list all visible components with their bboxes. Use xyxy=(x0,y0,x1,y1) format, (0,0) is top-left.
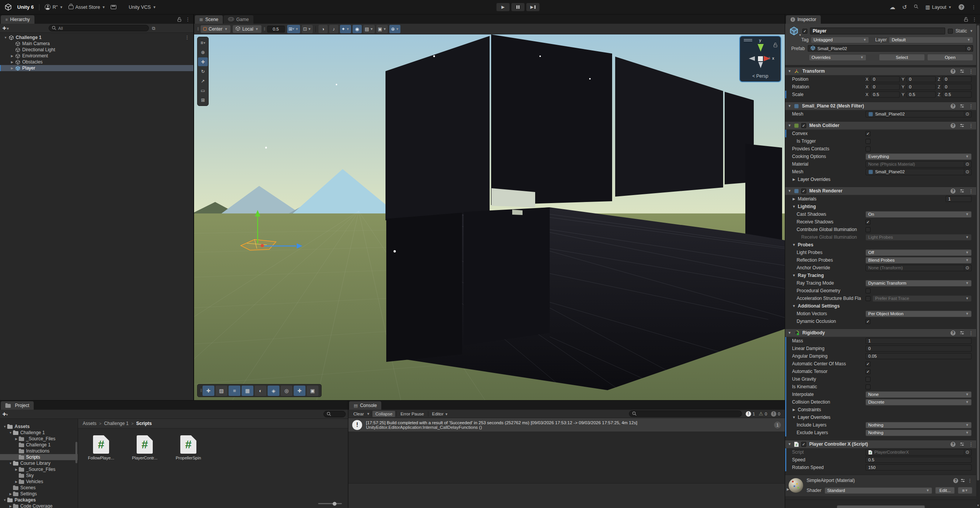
select-button[interactable]: Select xyxy=(879,54,925,61)
static-checkbox[interactable] xyxy=(948,29,953,34)
axis-cone[interactable] xyxy=(758,62,763,68)
help-icon[interactable]: ? xyxy=(951,331,956,335)
value-dropdown[interactable]: Everything▼ xyxy=(866,153,972,160)
axis-y-field[interactable]: 0.5 xyxy=(906,91,936,98)
presets-icon[interactable] xyxy=(960,104,964,108)
kebab-menu-icon[interactable]: ⋮ xyxy=(969,188,973,194)
open-button[interactable]: Open xyxy=(927,54,973,61)
kebab-menu-icon[interactable]: ⋮ xyxy=(969,123,973,129)
foldout-collapse-icon[interactable]: ▶ xyxy=(792,197,796,201)
rotate-tool[interactable]: ↻ xyxy=(198,67,208,76)
pivot-mode-dropdown[interactable]: Center▼ xyxy=(201,25,230,33)
scrollbar-thumb[interactable] xyxy=(977,25,979,480)
camera-view-button[interactable]: ▣▼ xyxy=(376,25,388,33)
value-dropdown[interactable]: Off▼ xyxy=(866,249,972,256)
drag-handle[interactable]: ‖ xyxy=(197,26,198,32)
tab-project[interactable]: Project xyxy=(1,401,34,410)
console-log-entry[interactable]: ! [17:57:25] Build completed with a resu… xyxy=(348,418,785,431)
scene-visibility-button[interactable]: ◉ xyxy=(353,25,362,33)
project-folder-scenes[interactable]: Scenes xyxy=(0,485,78,491)
center-overlay[interactable]: ✚ xyxy=(294,386,305,396)
tree-collapse-icon[interactable]: ▶ xyxy=(10,67,15,70)
value-checkbox[interactable] xyxy=(866,288,871,293)
axis-z-field[interactable]: 0.5 xyxy=(942,91,972,98)
project-folder-assets[interactable]: ▼Assets xyxy=(0,423,78,430)
breadcrumb-item[interactable]: Challenge 1 xyxy=(104,421,129,426)
value-checkbox[interactable] xyxy=(866,384,871,389)
hierarchy-item-challenge-1[interactable]: ▼Challenge 1⋮ xyxy=(0,34,193,41)
material-preview-sphere[interactable] xyxy=(789,478,803,493)
perspective-toggle[interactable]: < Persp xyxy=(740,73,781,79)
step-button[interactable]: ▶ xyxy=(526,3,540,11)
breadcrumb-item[interactable]: Scripts xyxy=(136,421,152,426)
value-checkbox[interactable] xyxy=(866,296,871,301)
kebab-menu-icon[interactable]: ⋮ xyxy=(967,478,972,484)
value-field[interactable]: 0.5 xyxy=(866,457,972,463)
axis-z-field[interactable]: 0 xyxy=(942,76,972,82)
foldout-collapse-icon[interactable]: ▶ xyxy=(792,177,796,181)
value-field[interactable]: 0 xyxy=(866,345,972,352)
tree-collapse-icon[interactable]: ▶ xyxy=(8,492,13,496)
axis-cone[interactable] xyxy=(749,56,755,61)
drag-handle[interactable]: ‖ xyxy=(200,388,201,393)
value-dropdown[interactable]: Discrete▼ xyxy=(866,399,972,405)
component-header-mesh-collider[interactable]: ▼✓Mesh Collider?⋮ xyxy=(785,121,976,130)
tree-collapse-icon[interactable]: ▶ xyxy=(14,437,19,441)
value-checkbox[interactable]: ✓ xyxy=(866,220,871,225)
value-dropdown[interactable]: Prefer Fast Trace▼ xyxy=(872,295,972,302)
console-search-input[interactable] xyxy=(629,410,742,417)
value-dropdown[interactable]: Light Probes▼ xyxy=(866,234,972,241)
move-tool[interactable]: ✚ xyxy=(198,57,208,66)
adjust-overlay[interactable]: ≡ xyxy=(229,386,240,396)
value-checkbox[interactable]: ✓ xyxy=(866,361,871,366)
tree-expand-icon[interactable]: ▼ xyxy=(3,36,8,39)
breadcrumb-item[interactable]: Assets xyxy=(83,421,96,426)
tag-dropdown[interactable]: Untagged▼ xyxy=(811,37,869,43)
static-dropdown-icon[interactable]: ▼ xyxy=(970,29,973,33)
collapse-button[interactable]: Collapse xyxy=(372,411,395,417)
value-checkbox[interactable]: ✓ xyxy=(866,369,871,374)
object-field[interactable]: Small_Plane02⊙ xyxy=(866,169,972,175)
snap-settings-button[interactable]: ⊡▼ xyxy=(302,25,313,33)
value-dropdown[interactable]: Nothing▼ xyxy=(866,430,972,436)
component-enabled-checkbox[interactable]: ✓ xyxy=(801,189,806,194)
value-checkbox[interactable] xyxy=(866,227,871,232)
grid-overlay[interactable]: ▦ xyxy=(242,386,253,396)
editor-dropdown[interactable]: Editor ▼ xyxy=(430,411,451,417)
move-overlay[interactable]: ✚ xyxy=(203,386,214,396)
item-menu-icon[interactable]: ⋮ xyxy=(185,35,189,40)
hierarchy-search-input[interactable]: All xyxy=(49,25,149,31)
add-asset-button[interactable]: ✚▾ xyxy=(2,412,8,417)
component-header-rigidbody[interactable]: ▼Rigidbody?⋮ xyxy=(785,329,976,337)
shader-list-button[interactable]: ≡ ▼ xyxy=(958,487,972,494)
lock-icon[interactable] xyxy=(773,42,777,49)
project-folder-challenge-1[interactable]: Challenge 1 xyxy=(0,442,78,448)
foldout-expand-icon[interactable]: ▼ xyxy=(792,415,796,419)
foldout-expand-icon[interactable]: ▼ xyxy=(792,243,796,247)
inspector-scrollbar[interactable]: ▼ xyxy=(976,24,980,508)
component-header-mesh-renderer[interactable]: ▼✓Mesh Renderer?⋮ xyxy=(785,187,976,195)
presets-icon[interactable] xyxy=(960,331,964,335)
hierarchy-item-directional-light[interactable]: Directional Light xyxy=(0,47,193,53)
value-field[interactable]: 150 xyxy=(866,464,972,471)
value-checkbox[interactable]: ✓ xyxy=(866,131,871,136)
tree-expand-icon[interactable]: ▼ xyxy=(8,431,13,435)
asset-store-menu[interactable]: Asset Store▼ xyxy=(69,5,106,10)
view-tool[interactable]: ⊛ xyxy=(198,48,208,57)
error-pause-button[interactable]: Error Pause xyxy=(398,411,426,417)
history-icon[interactable]: ↺ xyxy=(902,4,907,11)
value-dropdown[interactable]: Per Object Motion▼ xyxy=(866,311,972,317)
tab-inspector[interactable]: i Inspector xyxy=(786,15,821,24)
help-icon[interactable]: ? xyxy=(951,123,956,128)
object-picker-icon[interactable]: ⊙ xyxy=(964,265,970,270)
count-field[interactable]: 1 xyxy=(946,196,972,202)
shader-dropdown[interactable]: Standard▼ xyxy=(825,487,932,494)
axis-x-field[interactable]: 0 xyxy=(870,84,900,90)
grid-visibility-button[interactable]: ⊞Y▼ xyxy=(287,25,300,33)
error-count-icon[interactable]: ! xyxy=(771,411,776,417)
value-dropdown[interactable]: Blend Probes▼ xyxy=(866,257,972,264)
help-icon[interactable]: ? xyxy=(953,478,958,483)
project-folder-challenge-1[interactable]: ▼Challenge 1 xyxy=(0,430,78,436)
add-object-button[interactable]: ✚▼ xyxy=(2,26,10,31)
object-field[interactable]: Small_Plane02⊙ xyxy=(866,111,972,117)
